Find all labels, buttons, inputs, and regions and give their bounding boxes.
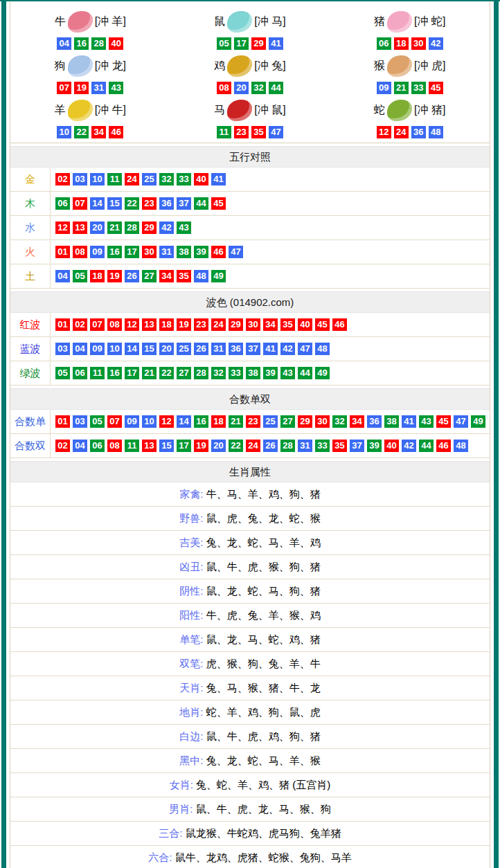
zodiac-name: 鸡 (214, 59, 225, 73)
number-ball-44: 44 (269, 82, 283, 94)
number-ball-27: 27 (142, 270, 157, 282)
number-ball-39: 39 (367, 440, 382, 452)
section-header: 波色 (014902.com) (10, 291, 490, 313)
number-ball-11: 11 (125, 440, 139, 452)
attribute-value: 鼠牛、龙鸡、虎猪、蛇猴、兔狗、马羊 (175, 851, 352, 863)
number-ball-32: 32 (211, 367, 226, 379)
attribute-label: 白边: (179, 730, 206, 742)
number-ball-18: 18 (211, 415, 226, 428)
attribute-value: 牛、马、羊、鸡、狗、猪 (206, 488, 321, 500)
number-ball-48: 48 (194, 270, 208, 282)
zodiac-numbers: 06183042 (330, 37, 490, 50)
number-ball-27: 27 (177, 367, 191, 379)
number-ball-43: 43 (419, 415, 434, 428)
number-ball-38: 38 (177, 246, 191, 258)
zodiac-title: 猴[冲 虎] (330, 53, 490, 79)
zodiac-clash-label: [冲 龙] (95, 59, 126, 73)
number-ball-16: 16 (107, 367, 122, 379)
number-ball-19: 19 (74, 82, 89, 94)
number-ball-23: 23 (194, 318, 208, 331)
number-ball-44: 44 (194, 197, 208, 210)
section: 五行对照金02031011242532334041木06071415222336… (10, 146, 490, 289)
section-header: 五行对照 (10, 146, 490, 168)
zodiac-numbers: 09213345 (330, 81, 490, 94)
number-ball-40: 40 (298, 318, 312, 331)
number-ball-28: 28 (91, 37, 106, 50)
zodiac-title: 狗[冲 龙] (10, 53, 170, 79)
number-ball-13: 13 (73, 221, 87, 234)
number-ball-30: 30 (315, 415, 330, 428)
snake-icon (387, 100, 412, 121)
number-ball-09: 09 (90, 246, 105, 258)
number-ball-13: 13 (142, 440, 157, 452)
attribute-label: 单笔: (179, 633, 206, 645)
number-ball-22: 22 (125, 197, 139, 210)
number-ball-34: 34 (263, 318, 278, 331)
zodiac-numbers: 08203244 (170, 81, 330, 94)
row-label: 绿波 (10, 361, 50, 385)
number-ball-48: 48 (454, 440, 468, 452)
number-ball-29: 29 (298, 415, 312, 428)
number-ball-34: 34 (91, 126, 106, 138)
number-ball-04: 04 (73, 440, 87, 452)
number-ball-14: 14 (125, 343, 139, 355)
attribute-row: 三合: 鼠龙猴、牛蛇鸡、虎马狗、兔羊猪 (10, 822, 490, 846)
attribute-value: 鼠、牛、虎、猴、狗、猪 (206, 561, 321, 572)
number-ball-34: 34 (159, 270, 174, 282)
number-ball-05: 05 (55, 367, 70, 379)
number-ball-08: 08 (73, 246, 87, 258)
number-ball-10: 10 (107, 343, 122, 355)
table-row: 火0108091617303138394647 (10, 240, 490, 264)
number-ball-35: 35 (280, 318, 295, 331)
number-ball-21: 21 (229, 415, 243, 428)
zodiac-numbers: 10223446 (10, 125, 170, 138)
zodiac-numbers: 07193143 (10, 81, 170, 94)
horse-icon (227, 100, 252, 121)
row-label: 合数单 (10, 410, 50, 433)
number-ball-44: 44 (419, 440, 434, 452)
number-ball-24: 24 (211, 318, 226, 331)
number-ball-25: 25 (142, 173, 157, 186)
number-ball-32: 32 (332, 415, 347, 428)
number-ball-37: 37 (177, 197, 191, 210)
zodiac-title: 鸡[冲 兔] (170, 53, 330, 79)
number-ball-04: 04 (55, 270, 70, 282)
number-ball-30: 30 (142, 246, 157, 258)
number-ball-48: 48 (315, 343, 330, 355)
row-numbers: 1213202128294243 (50, 216, 490, 239)
number-ball-16: 16 (74, 37, 89, 50)
attribute-row: 吉美: 兔、龙、蛇、马、羊、鸡 (10, 531, 490, 555)
attribute-value: 兔、马、猴、猪、牛、龙 (206, 682, 321, 694)
zodiac-name: 羊 (55, 103, 66, 118)
number-ball-10: 10 (142, 415, 157, 428)
number-ball-18: 18 (90, 270, 105, 282)
number-ball-31: 31 (91, 82, 106, 94)
number-ball-47: 47 (298, 343, 312, 355)
attribute-value: 兔、龙、蛇、马、羊、猴 (206, 754, 321, 766)
zodiac-name: 蛇 (374, 103, 385, 118)
attribute-row: 阳性: 牛、虎、兔、羊、猴、鸡 (10, 604, 490, 628)
row-numbers: 0102070812131819232429303435404546 (50, 313, 490, 336)
number-ball-01: 01 (55, 415, 70, 428)
number-ball-21: 21 (142, 367, 157, 379)
number-ball-12: 12 (55, 221, 70, 234)
row-numbers: 0108091617303138394647 (50, 240, 490, 264)
number-ball-15: 15 (107, 197, 122, 210)
section-header: 生肖属性 (10, 461, 490, 482)
zodiac-cell: 羊[冲 牛]10223446 (10, 96, 170, 140)
number-ball-38: 38 (384, 415, 399, 428)
number-ball-33: 33 (411, 82, 426, 94)
number-ball-48: 48 (429, 126, 443, 138)
attribute-label: 黑中: (179, 754, 206, 766)
zodiac-attributes-section: 生肖属性家禽: 牛、马、羊、鸡、狗、猪野兽: 鼠、虎、兔、龙、蛇、猴吉美: 兔、… (10, 461, 490, 868)
row-label: 木 (10, 192, 50, 215)
number-ball-26: 26 (125, 270, 139, 282)
number-ball-18: 18 (159, 318, 174, 331)
number-ball-06: 06 (377, 37, 391, 50)
row-label: 合数双 (10, 434, 50, 458)
number-ball-08: 08 (217, 82, 231, 94)
page-content: 牛[冲 羊]04162840鼠[冲 马]05172941猪[冲 蛇]061830… (10, 1, 490, 868)
number-ball-22: 22 (74, 126, 89, 138)
zodiac-clash-label: [冲 马] (254, 15, 285, 29)
left-border-bar (1, 1, 6, 868)
